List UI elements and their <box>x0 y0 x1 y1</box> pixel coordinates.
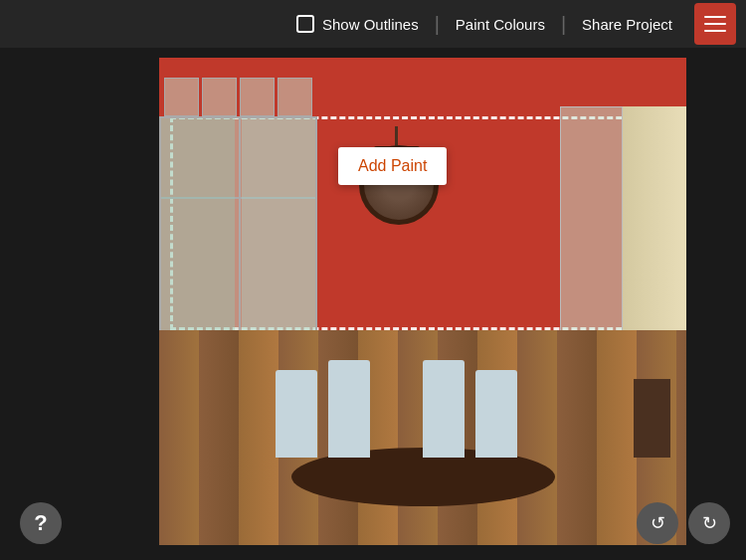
bottom-right-controls: ↺ ↻ <box>637 502 730 544</box>
paint-colours-label: Paint Colours <box>456 16 545 33</box>
curtain-right <box>623 106 686 340</box>
chair-side <box>634 379 670 457</box>
undo-button[interactable]: ↺ <box>637 502 678 544</box>
show-outlines-label: Show Outlines <box>322 16 419 33</box>
hamburger-line-3 <box>704 30 726 32</box>
toolbar: Show Outlines | Paint Colours | Share Pr… <box>0 0 746 48</box>
undo-icon: ↺ <box>651 512 665 534</box>
top-windows <box>164 78 311 116</box>
chair-4 <box>475 370 517 458</box>
room-background <box>159 58 686 545</box>
share-project-label: Share Project <box>582 16 672 33</box>
divider-1: | <box>431 13 444 36</box>
door-left <box>159 116 317 345</box>
help-icon: ? <box>34 510 47 536</box>
hamburger-line-1 <box>704 16 726 18</box>
hamburger-line-2 <box>704 23 726 25</box>
chair-3 <box>423 360 465 458</box>
left-panel <box>0 48 159 560</box>
window-right <box>560 106 624 340</box>
menu-button[interactable] <box>694 3 736 45</box>
show-outlines-toggle[interactable]: Show Outlines <box>284 15 431 33</box>
redo-button[interactable]: ↻ <box>688 502 730 544</box>
chair-2 <box>328 360 370 458</box>
redo-icon: ↻ <box>702 512 717 534</box>
room-image <box>159 58 686 545</box>
paint-colours-button[interactable]: Paint Colours <box>444 16 557 33</box>
chair-1 <box>276 370 317 458</box>
image-container <box>159 48 746 560</box>
add-paint-tooltip[interactable]: Add Paint <box>338 147 447 185</box>
help-button[interactable]: ? <box>20 502 62 544</box>
divider-2: | <box>557 13 570 36</box>
add-paint-label: Add Paint <box>358 157 427 174</box>
share-project-button[interactable]: Share Project <box>570 16 684 33</box>
show-outlines-checkbox[interactable] <box>296 15 314 33</box>
